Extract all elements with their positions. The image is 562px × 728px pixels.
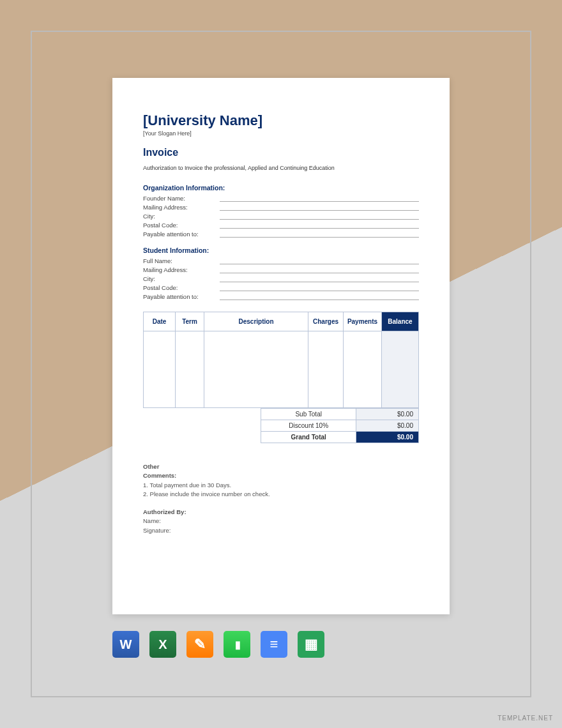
comment-line-1: 1. Total payment due in 30 Days. <box>143 481 419 490</box>
authorization-text: Authorization to Invoice the professiona… <box>143 165 419 171</box>
student-payable-row: Payable attention to: <box>143 291 419 300</box>
cell-charges <box>308 331 344 408</box>
invoice-heading: Invoice <box>143 147 419 158</box>
watermark-text: TEMPLATE.NET <box>497 715 553 722</box>
subtotal-row: Sub Total $0.00 <box>261 409 419 420</box>
student-fullname-row: Full Name: <box>143 255 419 264</box>
slogan-text: [Your Slogan Here] <box>143 130 419 137</box>
invoice-table: Date Term Description Charges Payments B… <box>143 312 419 408</box>
col-description: Description <box>204 312 308 331</box>
student-postal-label: Postal Code: <box>143 284 220 291</box>
university-name: [University Name] <box>143 112 419 129</box>
excel-icon[interactable] <box>149 631 176 658</box>
authorized-heading: Authorized By: <box>143 508 419 517</box>
discount-row: Discount 10% $0.00 <box>261 420 419 432</box>
student-info-block: Student Information: Full Name: Mailing … <box>143 246 419 300</box>
student-postal-row: Postal Code: <box>143 282 419 291</box>
numbers-icon[interactable] <box>224 631 250 658</box>
org-city-row: City: <box>143 211 419 220</box>
col-balance: Balance <box>382 312 419 331</box>
cell-balance <box>382 331 419 408</box>
authorized-block: Authorized By: Name: Signature: <box>143 508 419 535</box>
student-city-line <box>220 275 419 282</box>
org-mailing-line <box>220 204 419 211</box>
org-founder-label: Founder Name: <box>143 195 220 202</box>
comment-line-2: 2. Please include the invoice number on … <box>143 490 419 499</box>
subtotal-value: $0.00 <box>356 409 419 420</box>
grandtotal-value: $0.00 <box>356 432 419 443</box>
org-founder-line <box>220 195 419 202</box>
word-icon[interactable] <box>112 631 139 658</box>
org-payable-label: Payable attention to: <box>143 231 220 238</box>
col-date: Date <box>144 312 176 331</box>
totals-table: Sub Total $0.00 Discount 10% $0.00 Grand… <box>261 408 419 443</box>
org-city-line <box>220 213 419 220</box>
org-payable-line <box>220 231 419 238</box>
org-mailing-row: Mailing Address: <box>143 202 419 211</box>
discount-label: Discount 10% <box>261 420 356 432</box>
comments-heading: Comments: <box>143 471 419 480</box>
cell-date <box>144 331 176 408</box>
organization-heading: Organization Information: <box>143 184 419 192</box>
org-founder-row: Founder Name: <box>143 193 419 202</box>
org-postal-line <box>220 222 419 229</box>
cell-payments <box>344 331 382 408</box>
pages-icon[interactable] <box>186 631 213 658</box>
student-city-row: City: <box>143 273 419 282</box>
other-heading: Other <box>143 462 419 471</box>
student-payable-label: Payable attention to: <box>143 293 220 300</box>
col-term: Term <box>176 312 204 331</box>
student-heading: Student Information: <box>143 246 419 254</box>
cell-term <box>176 331 204 408</box>
student-mailing-label: Mailing Address: <box>143 266 220 273</box>
org-payable-row: Payable attention to: <box>143 229 419 238</box>
org-postal-label: Postal Code: <box>143 222 220 229</box>
col-charges: Charges <box>308 312 344 331</box>
cell-description <box>204 331 308 408</box>
discount-value: $0.00 <box>356 420 419 432</box>
invoice-document: [University Name] [Your Slogan Here] Inv… <box>112 78 450 614</box>
table-body-row <box>144 331 419 408</box>
comments-block: Other Comments: 1. Total payment due in … <box>143 462 419 499</box>
table-header-row: Date Term Description Charges Payments B… <box>144 312 419 331</box>
google-docs-icon[interactable] <box>261 631 287 658</box>
student-postal-line <box>220 284 419 291</box>
student-city-label: City: <box>143 275 220 282</box>
col-payments: Payments <box>344 312 382 331</box>
student-payable-line <box>220 293 419 300</box>
authorized-signature: Signature: <box>143 526 419 535</box>
format-icons-row <box>112 631 324 658</box>
authorized-name: Name: <box>143 517 419 526</box>
org-postal-row: Postal Code: <box>143 220 419 229</box>
org-mailing-label: Mailing Address: <box>143 204 220 211</box>
google-sheets-icon[interactable] <box>298 631 324 658</box>
organization-info-block: Organization Information: Founder Name: … <box>143 184 419 238</box>
student-mailing-line <box>220 266 419 273</box>
grandtotal-row: Grand Total $0.00 <box>261 432 419 443</box>
student-fullname-label: Full Name: <box>143 257 220 264</box>
student-mailing-row: Mailing Address: <box>143 264 419 273</box>
org-city-label: City: <box>143 213 220 220</box>
subtotal-label: Sub Total <box>261 409 356 420</box>
grandtotal-label: Grand Total <box>261 432 356 443</box>
student-fullname-line <box>220 257 419 264</box>
